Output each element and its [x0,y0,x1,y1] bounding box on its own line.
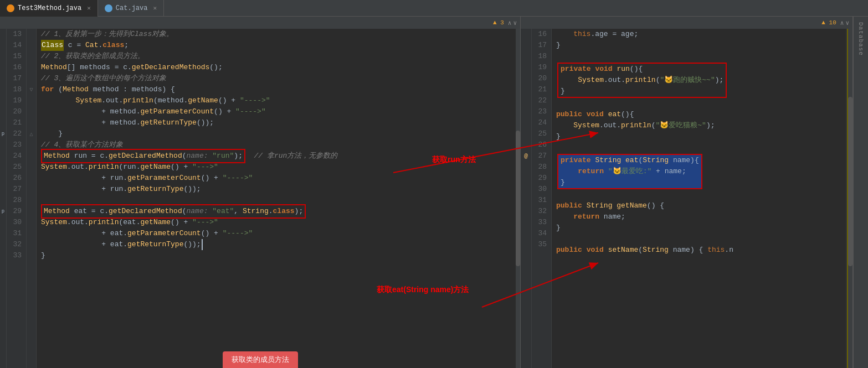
right-line-18 [556,51,848,62]
left-scrollbar[interactable] [516,29,520,368]
tab-bar: Test3Method.java ✕ Cat.java ✕ [0,0,868,17]
right-line-29: } [561,177,699,188]
code-line-21: + method.getReturnType()); [41,117,516,128]
code-line-33: } [41,250,516,261]
right-line-17: } [556,40,848,51]
tab-test3method[interactable]: Test3Method.java ✕ [0,0,98,17]
right-line-27: private String eat(String name){ [561,155,699,166]
right-line-numbers: 1617181920 2122232425 2627282930 3132333… [532,29,552,368]
right-eat-box: private String eat(String name){ return … [557,154,702,189]
right-editor-header: ▲ 10 ∧ ∨ [521,17,852,29]
code-line-22: } [41,128,516,139]
right-line-19: private void run(){ [561,64,723,75]
right-run-box: private void run(){ System.out.println("… [557,63,727,98]
right-line-16: this.age = age; [556,29,848,40]
code-line-27: + run.getReturnType()); [41,184,516,195]
right-line-28: return "🐱最爱吃:" + name; [561,166,699,177]
left-scrollbar-thumb[interactable] [516,131,520,266]
editors-container: ▲ 3 ∧ ∨ p p 1314151617 1819202122 [0,17,868,368]
right-line-24: System.out.println("🐱爱吃猫粮~"); [556,120,848,131]
code-line-16: Method[] methods = c.getDeclaredMethods(… [41,62,516,73]
tab-close-2[interactable]: ✕ [153,4,157,12]
app-container: Test3Method.java ✕ Cat.java ✕ ▲ 3 ∧ ∨ [0,0,868,368]
left-gutter-p: p p [0,29,7,368]
right-line-22 [556,98,848,109]
right-line-23: public void eat(){ [556,109,848,120]
code-line-18: for (Method method : methods) { [41,84,516,95]
left-warning-badge: ▲ 3 [493,19,504,26]
code-line-20: + method.getParameterCount() + "---->" [41,106,516,117]
code-line-13: // 1、反射第一步：先得到Class对象。 [41,29,516,40]
code-line-24: Method run = c.getDeclaredMethod(name: "… [41,151,516,162]
right-line-32: return name; [556,211,848,222]
right-line-21: } [561,86,723,97]
left-nav-up[interactable]: ∧ [508,19,512,27]
tab-close-1[interactable]: ✕ [87,4,91,12]
right-code-content[interactable]: this.age = age; } private void run(){ [552,29,852,368]
left-line-numbers: 1314151617 1819202122 2324252627 2829303… [7,29,27,368]
right-line-34 [556,234,848,245]
code-line-32: + eat.getReturnType()); [41,239,516,250]
left-nav-down[interactable]: ∨ [513,19,517,27]
code-line-31: + eat.getParameterCount() + "---->" [41,228,516,239]
right-line-33: } [556,222,848,234]
left-editor-header: ▲ 3 ∧ ∨ [0,17,520,29]
right-line-35: public void setName(String name) { this.… [556,245,848,256]
right-line-26 [556,142,848,153]
right-line-31: public String getName() { [556,200,848,211]
code-line-19: System.out.println(method.getName() + "-… [41,95,516,106]
left-code-area: p p 1314151617 1819202122 2324252627 282… [0,29,520,368]
left-gutter-icons: ▽ △ [27,29,37,368]
tab-label-1: Test3Method.java [18,4,81,12]
bottom-get-members-button[interactable]: 获取类的成员方法 [223,351,298,368]
code-line-26: + run.getParameterCount() + "---->" [41,173,516,184]
right-line-30 [556,189,848,200]
right-nav-down[interactable]: ∨ [845,19,849,27]
code-line-14: Class c = Cat.class; [41,40,516,51]
tab-icon-blue [105,4,112,12]
right-scrollbar[interactable] [848,29,852,368]
tab-label-2: Cat.java [116,4,148,12]
code-line-29: Method eat = c.getDeclaredMethod(name: "… [41,206,516,217]
tab-catjava[interactable]: Cat.java ✕ [98,0,164,17]
right-code-area: @ 1617181920 2122232425 2627282930 31323… [521,29,852,368]
right-scrollbar-thumb[interactable] [848,97,852,267]
code-line-17: // 3、遍历这个数组中的每个方法对象 [41,73,516,84]
right-line-25: } [556,131,848,142]
right-warning-badge: ▲ 10 [821,19,836,26]
code-line-30: System.out.println(eat.getName() + "--->… [41,217,516,228]
right-line-20: System.out.println("🐱跑的贼快~~"); [561,75,723,86]
code-line-15: // 2、获取类的全部成员方法。 [41,51,516,62]
right-editor: ▲ 10 ∧ ∨ @ 1617181920 2122232425 2627282… [521,17,853,368]
sidebar-database-label: Database [857,22,864,56]
code-line-25: System.out.println(run.getName() + "--->… [41,162,516,173]
left-editor: ▲ 3 ∧ ∨ p p 1314151617 1819202122 [0,17,521,368]
right-nav-up[interactable]: ∧ [840,19,844,27]
right-gutter-at: @ [521,29,532,368]
left-code-content[interactable]: // 1、反射第一步：先得到Class对象。 Class c = Cat.cla… [37,29,520,368]
sidebar-database[interactable]: Database [853,17,868,368]
tab-icon-orange [7,4,14,12]
